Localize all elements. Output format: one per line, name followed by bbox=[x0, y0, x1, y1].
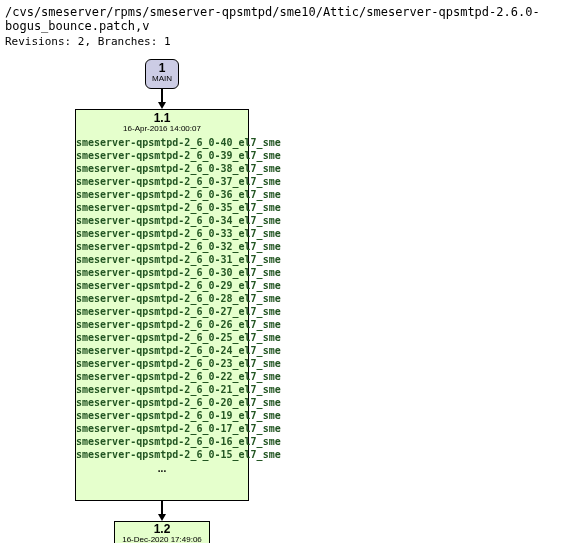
edge-v11-to-v12 bbox=[161, 501, 163, 514]
tag: smeserver-qpsmtpd-2_6_0-39_el7_sme bbox=[76, 149, 248, 162]
tag: smeserver-qpsmtpd-2_6_0-23_el7_sme bbox=[76, 357, 248, 370]
tag: smeserver-qpsmtpd-2_6_0-36_el7_sme bbox=[76, 188, 248, 201]
tag: smeserver-qpsmtpd-2_6_0-32_el7_sme bbox=[76, 240, 248, 253]
tag: smeserver-qpsmtpd-2_6_0-37_el7_sme bbox=[76, 175, 248, 188]
tag: smeserver-qpsmtpd-2_6_0-27_el7_sme bbox=[76, 305, 248, 318]
tag: smeserver-qpsmtpd-2_6_0-35_el7_sme bbox=[76, 201, 248, 214]
tag: smeserver-qpsmtpd-2_6_0-26_el7_sme bbox=[76, 318, 248, 331]
arrowhead-main-to-v11 bbox=[158, 102, 166, 109]
tag: smeserver-qpsmtpd-2_6_0-28_el7_sme bbox=[76, 292, 248, 305]
revision-node-1-1: 1.1 16-Apr-2016 14:00:07 smeserver-qpsmt… bbox=[75, 109, 249, 501]
tag: smeserver-qpsmtpd-2_6_0-31_el7_sme bbox=[76, 253, 248, 266]
arrowhead-v11-to-v12 bbox=[158, 514, 166, 521]
tag: smeserver-qpsmtpd-2_6_0-24_el7_sme bbox=[76, 344, 248, 357]
tag: smeserver-qpsmtpd-2_6_0-29_el7_sme bbox=[76, 279, 248, 292]
tag: smeserver-qpsmtpd-2_6_0-21_el7_sme bbox=[76, 383, 248, 396]
branch-node-main: 1 MAIN bbox=[145, 59, 179, 89]
revision-graph: 1 MAIN 1.1 16-Apr-2016 14:00:07 smeserve… bbox=[5, 56, 575, 543]
tag: smeserver-qpsmtpd-2_6_0-17_el7_sme bbox=[76, 422, 248, 435]
tag: smeserver-qpsmtpd-2_6_0-20_el7_sme bbox=[76, 396, 248, 409]
tag: smeserver-qpsmtpd-2_6_0-19_el7_sme bbox=[76, 409, 248, 422]
tag: smeserver-qpsmtpd-2_6_0-25_el7_sme bbox=[76, 331, 248, 344]
tag: smeserver-qpsmtpd-2_6_0-30_el7_sme bbox=[76, 266, 248, 279]
tag: smeserver-qpsmtpd-2_6_0-40_el7_sme bbox=[76, 136, 248, 149]
tag: smeserver-qpsmtpd-2_6_0-34_el7_sme bbox=[76, 214, 248, 227]
tag: smeserver-qpsmtpd-2_6_0-15_el7_sme bbox=[76, 448, 248, 461]
tags-ellipsis: ... bbox=[76, 463, 248, 474]
tag: smeserver-qpsmtpd-2_6_0-16_el7_sme bbox=[76, 435, 248, 448]
revision-node-1-2: 1.2 16-Dec-2020 17:49:06 HEAD bbox=[114, 521, 210, 543]
revision-tags: smeserver-qpsmtpd-2_6_0-40_el7_sme smese… bbox=[76, 136, 248, 461]
edge-main-to-v11 bbox=[161, 89, 163, 102]
tag: smeserver-qpsmtpd-2_6_0-38_el7_sme bbox=[76, 162, 248, 175]
branch-label: MAIN bbox=[146, 75, 178, 83]
revision-date: 16-Dec-2020 17:49:06 bbox=[115, 536, 209, 543]
tag: smeserver-qpsmtpd-2_6_0-33_el7_sme bbox=[76, 227, 248, 240]
revision-date: 16-Apr-2016 14:00:07 bbox=[76, 125, 248, 133]
revisions-info: Revisions: 2, Branches: 1 bbox=[5, 35, 579, 48]
tag: smeserver-qpsmtpd-2_6_0-22_el7_sme bbox=[76, 370, 248, 383]
file-path: /cvs/smeserver/rpms/smeserver-qpsmtpd/sm… bbox=[5, 5, 579, 33]
